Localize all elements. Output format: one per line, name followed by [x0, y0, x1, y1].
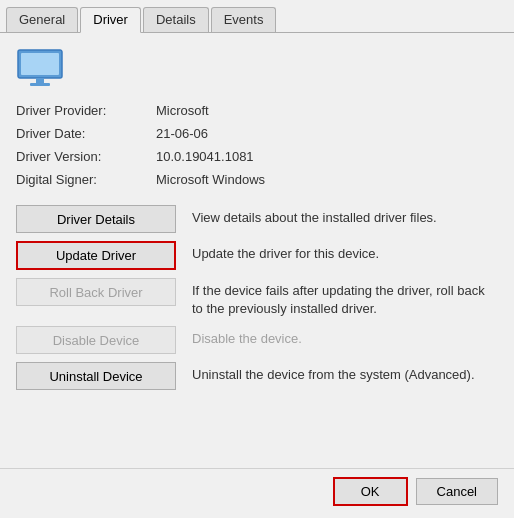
- provider-label: Driver Provider:: [16, 101, 156, 120]
- update-driver-button[interactable]: Update Driver: [16, 241, 176, 270]
- signer-value: Microsoft Windows: [156, 170, 498, 189]
- buttons-section: Driver Details View details about the in…: [16, 205, 498, 390]
- disable-device-desc: Disable the device.: [192, 326, 498, 348]
- tab-content: Driver Provider: Microsoft Driver Date: …: [0, 33, 514, 468]
- tab-events[interactable]: Events: [211, 7, 277, 32]
- device-icon-row: [16, 49, 498, 87]
- version-label: Driver Version:: [16, 147, 156, 166]
- uninstall-device-desc: Uninstall the device from the system (Ad…: [192, 362, 498, 384]
- roll-back-driver-desc: If the device fails after updating the d…: [192, 278, 498, 318]
- tab-general[interactable]: General: [6, 7, 78, 32]
- device-icon: [16, 49, 64, 87]
- disable-device-button[interactable]: Disable Device: [16, 326, 176, 354]
- svg-rect-1: [21, 53, 59, 75]
- ok-button[interactable]: OK: [333, 477, 408, 506]
- bottom-bar: OK Cancel: [0, 468, 514, 518]
- tab-driver[interactable]: Driver: [80, 7, 141, 33]
- device-properties-window: General Driver Details Events: [0, 0, 514, 518]
- driver-details-desc: View details about the installed driver …: [192, 205, 498, 227]
- svg-rect-2: [36, 78, 44, 83]
- tab-details[interactable]: Details: [143, 7, 209, 32]
- cancel-button[interactable]: Cancel: [416, 478, 498, 505]
- signer-label: Digital Signer:: [16, 170, 156, 189]
- update-driver-desc: Update the driver for this device.: [192, 241, 498, 263]
- date-label: Driver Date:: [16, 124, 156, 143]
- driver-details-button[interactable]: Driver Details: [16, 205, 176, 233]
- uninstall-device-button[interactable]: Uninstall Device: [16, 362, 176, 390]
- version-value: 10.0.19041.1081: [156, 147, 498, 166]
- svg-rect-3: [30, 83, 50, 86]
- driver-info-table: Driver Provider: Microsoft Driver Date: …: [16, 101, 498, 189]
- provider-value: Microsoft: [156, 101, 498, 120]
- date-value: 21-06-06: [156, 124, 498, 143]
- roll-back-driver-button[interactable]: Roll Back Driver: [16, 278, 176, 306]
- tab-bar: General Driver Details Events: [0, 0, 514, 33]
